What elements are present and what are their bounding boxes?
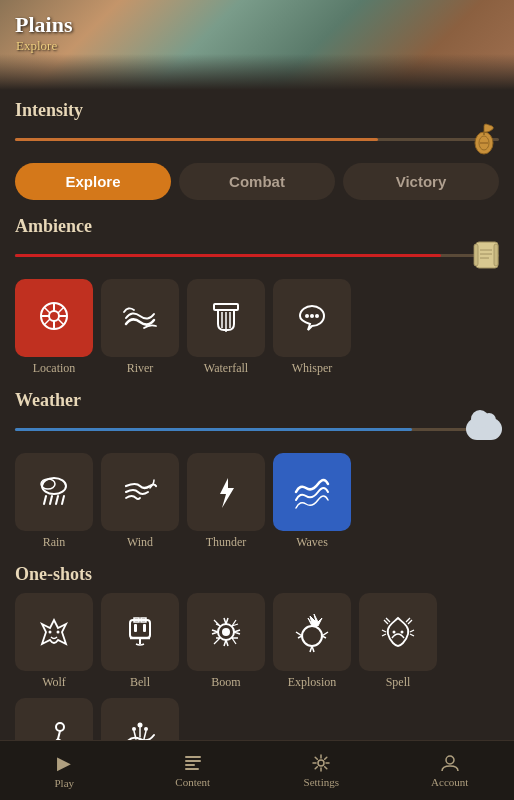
sound-btn-boom[interactable] — [187, 593, 265, 671]
svg-rect-52 — [185, 756, 201, 758]
tab-explore[interactable]: Explore — [15, 163, 171, 200]
sound-btn-location[interactable] — [15, 279, 93, 357]
sound-btn-wolf[interactable] — [15, 593, 93, 671]
bottom-nav: ▶ Play Content Settings — [0, 740, 514, 800]
sound-item-boom: Boom — [187, 593, 265, 690]
sound-item-explosion: Explosion — [273, 593, 351, 690]
sound-btn-waves[interactable] — [273, 453, 351, 531]
weather-slider[interactable] — [15, 419, 499, 439]
sound-item-splash: Splash — [101, 698, 179, 740]
sound-btn-explosion[interactable] — [273, 593, 351, 671]
svg-point-49 — [132, 727, 136, 731]
sound-label-explosion: Explosion — [288, 675, 337, 690]
weather-grid: Rain Wind Thunder — [15, 453, 499, 550]
weather-track — [15, 428, 499, 431]
nav-play[interactable]: ▶ Play — [0, 752, 129, 789]
svg-line-16 — [44, 307, 50, 313]
sound-label-whisper: Whisper — [292, 361, 333, 376]
svg-rect-20 — [214, 304, 238, 310]
sound-label-spell: Spell — [386, 675, 411, 690]
sound-item-waves: Waves — [273, 453, 351, 550]
ambience-track — [15, 254, 499, 257]
sound-label-wind: Wind — [127, 535, 153, 550]
weather-slider-row — [15, 419, 499, 439]
svg-point-47 — [401, 631, 404, 634]
sound-label-boom: Boom — [211, 675, 240, 690]
sound-label-thunder: Thunder — [206, 535, 247, 550]
svg-rect-41 — [134, 624, 137, 632]
svg-line-31 — [56, 496, 58, 504]
nav-content-label: Content — [175, 776, 210, 788]
tab-combat[interactable]: Combat — [179, 163, 335, 200]
sound-item-spell: Spell — [359, 593, 437, 690]
sound-item-waterfall: Waterfall — [187, 279, 265, 376]
account-icon — [440, 753, 460, 773]
content-icon — [183, 753, 203, 773]
svg-marker-33 — [220, 478, 234, 508]
svg-rect-53 — [185, 760, 201, 762]
svg-line-32 — [62, 496, 64, 504]
tab-victory[interactable]: Victory — [343, 163, 499, 200]
sound-btn-waterfall[interactable] — [187, 279, 265, 357]
intensity-slider[interactable] — [15, 129, 499, 149]
svg-point-44 — [222, 628, 230, 636]
svg-line-30 — [50, 496, 52, 504]
sound-btn-bodyfall[interactable] — [15, 698, 93, 740]
sound-item-river: River — [101, 279, 179, 376]
svg-rect-54 — [185, 764, 195, 766]
play-icon: ▶ — [57, 752, 71, 774]
svg-point-50 — [138, 723, 143, 728]
ambience-label: Ambience — [15, 216, 499, 237]
header-banner: Plains Explore — [0, 0, 514, 90]
mood-tabs: Explore Combat Victory — [15, 163, 499, 200]
ambience-fill — [15, 254, 441, 257]
nav-settings[interactable]: Settings — [257, 753, 386, 788]
svg-point-24 — [305, 314, 309, 318]
sound-label-bell: Bell — [130, 675, 150, 690]
nav-account[interactable]: Account — [386, 753, 515, 788]
sound-btn-bell[interactable] — [101, 593, 179, 671]
sound-btn-river[interactable] — [101, 279, 179, 357]
svg-line-18 — [58, 307, 64, 313]
sound-btn-splash[interactable] — [101, 698, 179, 740]
svg-point-26 — [315, 314, 319, 318]
sound-label-location: Location — [33, 361, 76, 376]
intensity-fill — [15, 138, 378, 141]
svg-rect-42 — [143, 624, 146, 632]
svg-rect-5 — [474, 244, 478, 266]
svg-rect-6 — [494, 244, 498, 266]
sound-item-wind: Wind — [101, 453, 179, 550]
intensity-slider-row — [15, 129, 499, 149]
nav-content[interactable]: Content — [129, 753, 258, 788]
svg-line-19 — [44, 319, 50, 325]
svg-rect-36 — [130, 620, 150, 638]
svg-point-46 — [393, 631, 396, 634]
svg-point-51 — [144, 727, 148, 731]
ambience-slider[interactable] — [15, 245, 499, 265]
main-content: Intensity Explore Combat Victory Ambienc… — [0, 90, 514, 740]
intensity-label: Intensity — [15, 100, 499, 121]
svg-point-35 — [57, 631, 60, 634]
sound-btn-wind[interactable] — [101, 453, 179, 531]
ambience-slider-row — [15, 245, 499, 265]
svg-line-17 — [58, 319, 64, 325]
sound-item-bodyfall: Bodyfall — [15, 698, 93, 740]
nav-settings-label: Settings — [304, 776, 339, 788]
sound-item-bell: Bell — [101, 593, 179, 690]
lute-icon — [468, 121, 504, 157]
intensity-track — [15, 138, 499, 141]
weather-label: Weather — [15, 390, 499, 411]
sound-btn-whisper[interactable] — [273, 279, 351, 357]
scroll-icon — [468, 237, 504, 273]
sound-label-river: River — [127, 361, 154, 376]
sound-label-wolf: Wolf — [42, 675, 66, 690]
sound-btn-thunder[interactable] — [187, 453, 265, 531]
settings-icon — [311, 753, 331, 773]
svg-point-56 — [318, 760, 324, 766]
svg-point-45 — [302, 626, 322, 646]
sound-btn-rain[interactable] — [15, 453, 93, 531]
sound-btn-spell[interactable] — [359, 593, 437, 671]
sound-label-rain: Rain — [43, 535, 66, 550]
location-subtitle: Explore — [16, 38, 57, 54]
sound-item-whisper: Whisper — [273, 279, 351, 376]
